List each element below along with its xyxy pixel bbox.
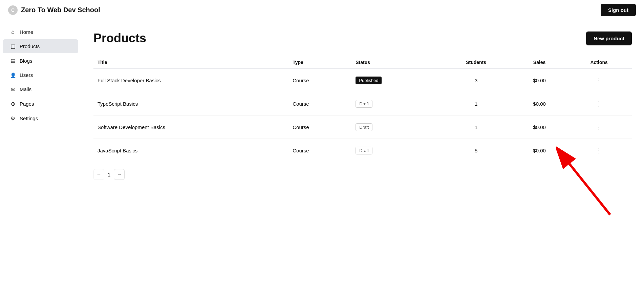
sidebar-label-home: Home [20,29,33,35]
sidebar-label-blogs: Blogs [20,58,33,64]
sidebar-item-home[interactable]: ⌂ Home [3,25,78,39]
sidebar-label-products: Products [20,43,40,49]
products-table: Title Type Status Students Sales Actions… [93,56,632,162]
cell-status: Draft [351,139,439,162]
col-header-actions: Actions [566,56,632,69]
sign-out-button[interactable]: Sign out [601,4,636,16]
pagination: ← 1 → [93,169,632,180]
main-content: Products New product Title Type Status S… [81,20,644,294]
cell-actions: ⋮ [566,139,632,162]
new-product-button[interactable]: New product [586,31,632,45]
blogs-icon: ▤ [9,58,16,64]
row-actions-button[interactable]: ⋮ [593,98,605,109]
users-icon: 👤 [9,72,16,78]
cell-students: 5 [439,139,513,162]
home-icon: ⌂ [9,29,16,35]
prev-page-button[interactable]: ← [93,169,104,180]
cell-students: 1 [439,115,513,139]
col-header-students: Students [439,56,513,69]
cell-title: JavaScript Basics [93,139,288,162]
row-actions-button[interactable]: ⋮ [593,145,605,156]
brand-icon: C [8,5,18,15]
cell-type: Course [288,69,351,92]
brand-name: Zero To Web Dev School [21,6,100,14]
cell-students: 3 [439,69,513,92]
table-row: TypeScript Basics Course Draft 1 $0.00 ⋮ [93,92,632,115]
sidebar-label-settings: Settings [20,115,38,121]
table-row: Full Stack Developer Basics Course Publi… [93,69,632,92]
cell-sales: $0.00 [513,115,566,139]
sidebar-label-mails: Mails [20,86,31,92]
cell-actions: ⋮ [566,115,632,139]
col-header-sales: Sales [513,56,566,69]
table-header-row: Title Type Status Students Sales Actions [93,56,632,69]
cell-actions: ⋮ [566,92,632,115]
cell-title: Software Development Basics [93,115,288,139]
col-header-title: Title [93,56,288,69]
cell-type: Course [288,92,351,115]
page-header: Products New product [93,31,632,45]
pages-icon: ⊕ [9,101,16,107]
cell-type: Course [288,115,351,139]
sidebar-label-pages: Pages [20,101,34,107]
sidebar-item-blogs[interactable]: ▤ Blogs [3,54,78,68]
status-badge: Published [356,77,382,84]
cell-sales: $0.00 [513,92,566,115]
col-header-status: Status [351,56,439,69]
mails-icon: ✉ [9,86,16,92]
table-row: JavaScript Basics Course Draft 5 $0.00 ⋮ [93,139,632,162]
current-page: 1 [108,172,110,177]
cell-sales: $0.00 [513,139,566,162]
row-actions-button[interactable]: ⋮ [593,75,605,86]
sidebar-item-mails[interactable]: ✉ Mails [3,82,78,96]
status-badge: Draft [356,100,372,108]
col-header-type: Type [288,56,351,69]
cell-title: TypeScript Basics [93,92,288,115]
sidebar-item-products[interactable]: ◫ Products [3,39,78,53]
cell-actions: ⋮ [566,69,632,92]
row-actions-button[interactable]: ⋮ [593,122,605,132]
status-badge: Draft [356,123,372,131]
table-row: Software Development Basics Course Draft… [93,115,632,139]
cell-type: Course [288,139,351,162]
next-page-button[interactable]: → [114,169,125,180]
cell-status: Draft [351,115,439,139]
topbar: C Zero To Web Dev School Sign out [0,0,644,20]
cell-title: Full Stack Developer Basics [93,69,288,92]
layout: ⌂ Home ◫ Products ▤ Blogs 👤 Users ✉ Mail… [0,20,644,294]
sidebar-item-pages[interactable]: ⊕ Pages [3,97,78,111]
page-title: Products [93,31,146,45]
settings-icon: ⚙ [9,115,16,122]
sidebar-item-settings[interactable]: ⚙ Settings [3,111,78,125]
status-badge: Draft [356,147,372,154]
cell-status: Published [351,69,439,92]
sidebar-label-users: Users [20,72,33,78]
cell-status: Draft [351,92,439,115]
cell-sales: $0.00 [513,69,566,92]
sidebar: ⌂ Home ◫ Products ▤ Blogs 👤 Users ✉ Mail… [0,20,81,294]
cell-students: 1 [439,92,513,115]
products-icon: ◫ [9,43,16,49]
sidebar-item-users[interactable]: 👤 Users [3,68,78,82]
brand: C Zero To Web Dev School [8,5,100,15]
